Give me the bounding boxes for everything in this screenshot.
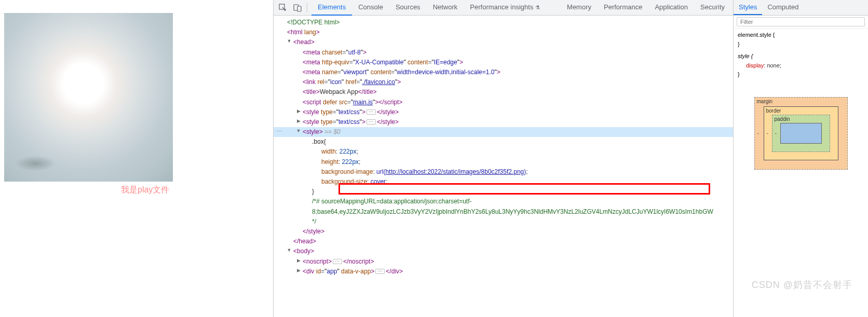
tab-memory[interactable]: Memory (561, 0, 598, 16)
actions-icon[interactable]: ⋯ (276, 127, 282, 136)
box-model-diagram[interactable]: margin border paddin - - - (754, 97, 848, 170)
box-image (4, 13, 173, 182)
styles-body[interactable]: element.style { } style { display: none;… (734, 29, 868, 81)
ellipsis-icon[interactable]: ⋯ (367, 119, 376, 125)
svg-rect-2 (297, 6, 301, 11)
tab-application[interactable]: Application (648, 0, 694, 16)
devtools-panel: Elements Console Sources Network Perform… (273, 0, 868, 317)
toggle-icon[interactable] (296, 107, 301, 115)
toggle-icon[interactable] (296, 267, 301, 274)
watermark-text: CSDN @奶昔不会射手 (752, 279, 852, 291)
page-content: 我是play文件 (0, 0, 273, 317)
toggle-icon[interactable] (296, 127, 301, 134)
device-toggle-icon[interactable] (290, 1, 305, 15)
inspect-icon[interactable] (276, 1, 290, 15)
tab-performance-insights[interactable]: Performance insights ⚗ (464, 0, 546, 16)
toggle-icon[interactable] (296, 117, 301, 125)
tab-performance[interactable]: Performance (598, 0, 648, 16)
devtools-toolbar: Elements Console Sources Network Perform… (274, 0, 733, 16)
separator (307, 3, 307, 12)
caption-text: 我是play文件 (121, 185, 273, 196)
tab-computed[interactable]: Computed (762, 0, 804, 15)
tab-console[interactable]: Console (352, 0, 389, 16)
toggle-icon[interactable] (296, 257, 301, 264)
doctype-line: <!DOCTYPE html> (287, 19, 340, 26)
css-prop-display[interactable]: display (746, 62, 764, 68)
tab-sources[interactable]: Sources (389, 0, 427, 16)
ellipsis-icon[interactable]: ⋯ (333, 259, 342, 264)
selected-element[interactable]: ⋯<style> == $0 (274, 127, 733, 137)
styles-filter-input[interactable] (737, 17, 865, 26)
toggle-icon[interactable] (287, 246, 292, 254)
mainjs-link[interactable]: main.js (353, 99, 373, 106)
tab-network[interactable]: Network (427, 0, 464, 16)
tab-elements[interactable]: Elements (311, 0, 352, 16)
ellipsis-icon[interactable]: ⋯ (375, 269, 385, 274)
bg-image-url[interactable]: http://localhost:2022/static/images/8b0c… (385, 168, 524, 175)
ellipsis-icon[interactable]: ⋯ (367, 109, 376, 115)
style-selector: style { (738, 53, 753, 59)
element-style-selector: element.style { (738, 31, 864, 40)
tab-security[interactable]: Security (694, 0, 731, 16)
beaker-icon: ⚗ (535, 5, 540, 10)
dom-tree[interactable]: <!DOCTYPE html> <html lang> <head> <meta… (274, 16, 733, 317)
toggle-icon[interactable] (287, 37, 292, 45)
tab-styles[interactable]: Styles (734, 0, 762, 15)
styles-panel: Styles Computed element.style { } style … (733, 0, 868, 317)
favicon-link[interactable]: ./favicon.ico (362, 78, 395, 86)
devtools-tabs: Elements Console Sources Network Perform… (311, 0, 731, 16)
